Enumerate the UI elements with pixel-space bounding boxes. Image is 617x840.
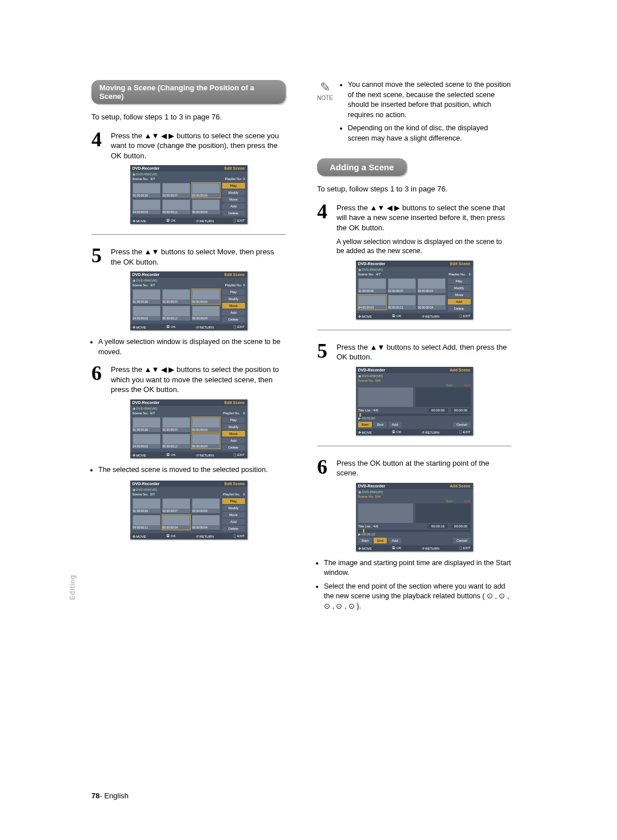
setup-text: To setup, follow steps 1 to 3 in page 76… bbox=[317, 184, 511, 194]
screenshot-edit-scene-add: DVD-RecorderEdit Scene DVD-RW(VR) Scene … bbox=[356, 261, 473, 319]
screenshot-edit-scene-4: DVD-RecorderEdit Scene DVD-RW(VR) Scene … bbox=[130, 481, 247, 539]
step-5: 5 Press the ▲▼ buttons to select Move, t… bbox=[91, 245, 286, 267]
heading-adding-scene: Adding a Scene bbox=[317, 158, 407, 176]
step-6: 6 Press the ▲▼ ◀ ▶ buttons to select the… bbox=[91, 363, 286, 395]
screenshot-edit-scene-3: DVD-RecorderEdit Scene DVD-RW(VR) Scene … bbox=[130, 399, 247, 458]
step-text: Press the ▲▼ buttons to select Move, the… bbox=[111, 245, 286, 267]
note-block: ✎NOTE You cannot move the selected scene… bbox=[317, 80, 511, 147]
screenshot-add-scene-2: DVD-RecorderAdd Scene DVD-RW(VR) Scene N… bbox=[356, 483, 473, 551]
step6-bullets: The image and starting point time are di… bbox=[317, 558, 511, 612]
step-6: 6 Press the OK button at the starting po… bbox=[317, 457, 511, 478]
screenshot-add-scene-1: DVD-RecorderAdd Scene DVD-RW(VR) Scene N… bbox=[356, 367, 473, 435]
right-column: ✎NOTE You cannot move the selected scene… bbox=[317, 80, 511, 617]
left-column: Moving a Scene (Changing the Position of… bbox=[91, 80, 286, 617]
step6-note: The selected scene is moved to the selec… bbox=[91, 465, 286, 475]
step-text: Press the ▲▼ ◀ ▶ buttons to select the p… bbox=[111, 363, 286, 395]
step4-subtext: A yellow selection window is displayed o… bbox=[336, 237, 511, 255]
step-4: 4 Press the ▲▼ ◀ ▶ buttons to select the… bbox=[317, 201, 511, 233]
step-text: Press the ▲▼ ◀ ▶ buttons to select the s… bbox=[111, 129, 286, 161]
step-number: 6 bbox=[91, 363, 111, 383]
step5-note: A yellow selection window is displayed o… bbox=[91, 337, 286, 357]
screenshot-edit-scene-2: DVD-RecorderEdit Scene DVD-RW(VR) Scene … bbox=[130, 271, 247, 330]
heading-moving-scene: Moving a Scene (Changing the Position of… bbox=[91, 80, 286, 104]
note-bullet: You cannot move the selected scene to th… bbox=[348, 80, 511, 120]
setup-text: To setup, follow steps 1 to 3 in page 76… bbox=[91, 112, 286, 122]
screenshot-edit-scene-1: DVD-RecorderEdit Scene DVD-RW(VR) Scene … bbox=[130, 165, 247, 224]
page-footer: 78- English bbox=[91, 791, 129, 800]
note-icon: ✎NOTE bbox=[317, 80, 333, 101]
step-5: 5 Press the ▲▼ buttons to select Add, th… bbox=[317, 341, 511, 362]
side-section-label: Editing bbox=[69, 575, 77, 600]
step-4: 4 Press the ▲▼ ◀ ▶ buttons to select the… bbox=[91, 129, 286, 161]
step-number: 5 bbox=[91, 245, 111, 266]
note-bullet: Depending on the kind of disc, the displ… bbox=[348, 123, 511, 143]
step-number: 4 bbox=[91, 129, 111, 150]
